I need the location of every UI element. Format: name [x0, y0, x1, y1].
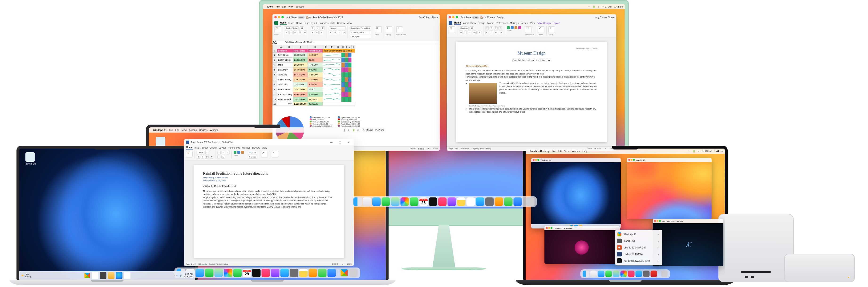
dock-windows-vm[interactable]: [340, 269, 348, 277]
parallels-control-center[interactable]: Windows 11▸ macOS 13▸ Ubuntu 22.04 ARM64…: [615, 230, 662, 265]
share-button[interactable]: Share: [431, 16, 438, 19]
system-tray[interactable]: ^ᯤ🔊 2:48 PM6/29/2023: [174, 273, 193, 278]
tab-review[interactable]: Review: [337, 22, 345, 25]
cc-item-fedora[interactable]: Fedora 38 ARM64▸: [615, 251, 662, 257]
zoom-slider[interactable]: ─●─: [427, 148, 431, 150]
paste-button[interactable]: 📋: [274, 26, 281, 33]
menubar-time[interactable]: 1:44 pm: [614, 5, 623, 8]
wifi-icon[interactable]: ᯤ: [588, 5, 590, 8]
align-left[interactable]: ≡: [311, 31, 314, 34]
table-row[interactable]: 11Forty Second251,245.0067,169.00: [273, 97, 355, 102]
recycle-bin-icon[interactable]: Recycle Bin: [23, 152, 37, 165]
tab-draw[interactable]: Draw: [296, 22, 302, 25]
table-row[interactable]: 6Third Ave567,751.00(4,891.00): [273, 72, 355, 77]
menubar-app-name[interactable]: Excel: [267, 5, 273, 8]
word-window-rainfall[interactable]: Term Paper 2022 – Saved • Stella Chu — ▢…: [184, 139, 354, 266]
table-row[interactable]: 3Eighth Street218,259.0042.00: [273, 58, 355, 63]
dock-podcasts[interactable]: [448, 198, 456, 206]
taskbar-store[interactable]: [124, 272, 130, 279]
name-box[interactable]: A1: [273, 40, 284, 45]
minimize-button[interactable]: —: [328, 141, 335, 144]
dock-finder[interactable]: [353, 198, 362, 206]
dock-tv[interactable]: [429, 198, 437, 206]
tab-home[interactable]: Home: [454, 22, 461, 25]
tab-page-layout[interactable]: Page Layout: [304, 22, 317, 25]
dock-music[interactable]: [438, 198, 447, 206]
font-color-button[interactable]: A: [303, 31, 307, 34]
cc-item-macos[interactable]: macOS 13▸: [615, 238, 662, 244]
excel-user[interactable]: Any Colton: [418, 16, 430, 19]
dock-reminders[interactable]: [466, 198, 475, 206]
editing-button[interactable]: Σ: [386, 26, 392, 33]
dock[interactable]: JUN23: [351, 196, 537, 207]
share-button[interactable]: Share: [608, 16, 614, 19]
dock-pages[interactable]: [495, 198, 503, 206]
formula-bar[interactable]: Total Sales/Returns By Month: [284, 40, 440, 45]
word-window-museum[interactable]: AutoSave OFF 🏠 ⟳ Museum Design Any Colto…: [447, 14, 616, 151]
mac-menubar[interactable]: Excel File Edit View Window ᯤ 🔋 ⎚ Fri 23…: [263, 4, 625, 9]
autosave-toggle[interactable]: OFF: [472, 16, 479, 19]
table-row[interactable]: 10Redmond Way640,525.00(4,006.00): [273, 92, 355, 97]
cell-styles-button[interactable]: Cell Styles: [350, 35, 371, 38]
dock-mail[interactable]: [372, 198, 381, 206]
vm-window-kali[interactable]: Kali Linux 2022.2 ARM64 𝓚: [653, 219, 723, 266]
close-button[interactable]: ✕: [345, 141, 352, 144]
vm-window-windows11[interactable]: Windows 11: [531, 158, 621, 228]
format-as-table-button[interactable]: Format as Table: [350, 31, 371, 34]
dock-maps[interactable]: [391, 198, 400, 206]
font-family-select[interactable]: Calibri (Body): [285, 26, 299, 30]
taskbar-search[interactable]: [92, 272, 98, 279]
cells-button[interactable]: ⊞: [375, 26, 382, 33]
dock-notes[interactable]: [457, 198, 466, 206]
bold-button[interactable]: B: [285, 31, 288, 34]
control-center-icon[interactable]: ⎚: [598, 5, 599, 8]
dock-keynote[interactable]: [514, 198, 522, 206]
italic-button[interactable]: I: [289, 31, 292, 34]
fill-color-button[interactable]: ▢: [298, 31, 302, 34]
tab-insert[interactable]: Insert: [288, 22, 294, 25]
tab-view[interactable]: View: [347, 22, 352, 25]
battery-icon[interactable]: 🔋: [592, 5, 595, 8]
font-size-select[interactable]: 11: [300, 26, 304, 30]
dock-safari[interactable]: [363, 198, 371, 206]
tab-home[interactable]: Home: [280, 22, 287, 25]
dock-appstore[interactable]: [476, 198, 485, 206]
tab-formulas[interactable]: Formulas: [319, 22, 329, 25]
dock-parallels[interactable]: [651, 271, 657, 277]
dock-calendar[interactable]: JUN23: [420, 198, 428, 206]
traffic-lights[interactable]: [448, 16, 459, 19]
maximize-button[interactable]: ▢: [336, 141, 343, 144]
underline-button[interactable]: U: [293, 31, 297, 34]
table-row[interactable]: 4Main29,198.00(4,451.00): [273, 63, 355, 68]
table-row[interactable]: 8Third Ave72,025.003,867.00: [273, 82, 355, 87]
align-top[interactable]: ⬆: [311, 26, 315, 30]
cc-item-kali[interactable]: 𝓚Kali Linux 2022.2 ARM64▸: [615, 257, 662, 264]
vm-window-macos[interactable]: macOS 13: [627, 158, 712, 219]
dock[interactable]: JUN29: [175, 267, 360, 278]
menu-edit[interactable]: Edit: [282, 5, 286, 8]
tab-data[interactable]: Data: [331, 22, 335, 25]
task-view[interactable]: [100, 272, 106, 279]
windows-taskbar[interactable]: ☀️ 10°CSunny ^ᯤ🔊 2:48 PM6/29/2023: [19, 271, 195, 280]
dock-photos[interactable]: [401, 198, 409, 206]
autosave-toggle[interactable]: OFF: [298, 16, 305, 19]
dock-trash[interactable]: [526, 198, 534, 206]
number-format-select[interactable]: Number: [329, 26, 346, 30]
menu-window[interactable]: Window: [296, 5, 304, 8]
dock[interactable]: [581, 270, 670, 278]
cc-item-ubuntu[interactable]: Ubuntu 22.04 ARM64▸: [615, 244, 662, 251]
taskbar-explorer[interactable]: [108, 272, 115, 279]
menu-file[interactable]: File: [276, 5, 280, 8]
dock-numbers[interactable]: [504, 198, 513, 206]
taskbar-edge[interactable]: [116, 272, 122, 279]
table-row[interactable]: 2Fifth Street154,581.00(6,456.87): [273, 52, 355, 58]
dock-facetime[interactable]: [410, 198, 418, 206]
menubar-date[interactable]: Fri 23 Jun: [601, 5, 612, 8]
table-row[interactable]: 7Colin Grocery330,781.00(1,149.00): [273, 77, 355, 82]
table-row[interactable]: 5Broadway164,033.00(985.00): [273, 68, 355, 72]
menu-view[interactable]: View: [288, 5, 293, 8]
taskbar-widget[interactable]: ☀️ 10°CSunny: [21, 273, 31, 278]
cc-item-windows[interactable]: Windows 11▸: [615, 231, 662, 238]
parallels-menu-icon[interactable]: ∥: [344, 129, 345, 132]
dock-settings[interactable]: [485, 198, 494, 206]
